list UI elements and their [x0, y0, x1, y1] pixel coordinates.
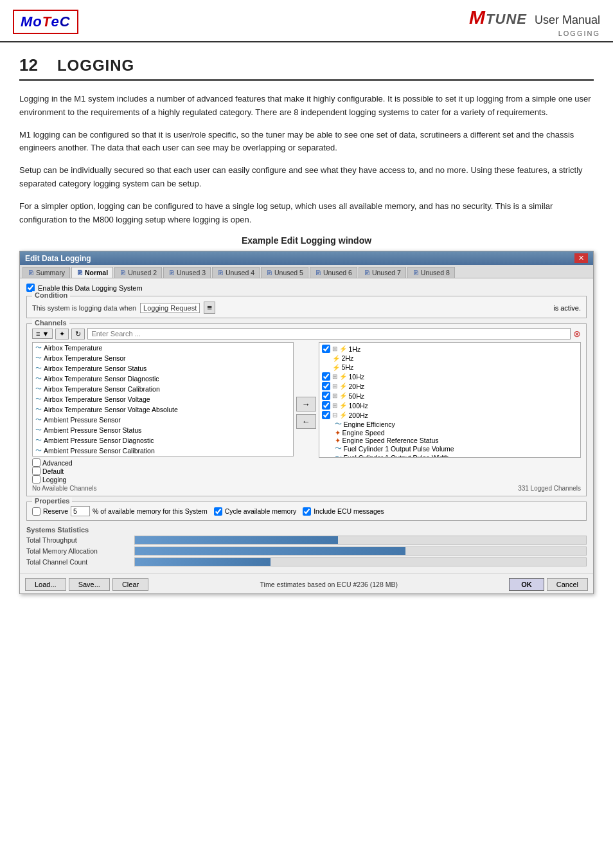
tab-unused5-label: Unused 5 [274, 269, 303, 276]
wave-icon: 〜 [35, 354, 42, 363]
tab-normal[interactable]: 🖹 Normal [71, 267, 113, 278]
spark-icon-1hz: ⚡ [339, 345, 347, 352]
reserve-checkbox[interactable] [32, 507, 40, 516]
list-item[interactable]: 〜 Ambient Pressure Sensor Calibration [33, 446, 293, 456]
filter-logging[interactable]: Logging [32, 475, 294, 484]
wave-icon: 〜 [35, 436, 42, 445]
close-button[interactable]: ✕ [574, 253, 588, 263]
stat-channel-count-row: Total Channel Count [26, 557, 587, 566]
filter-advanced-checkbox[interactable] [32, 458, 40, 467]
tab-unused7-label: Unused 7 [372, 269, 401, 276]
reserve-input[interactable] [71, 506, 90, 516]
properties-group: Properties Reserve % of available memory… [26, 502, 587, 521]
stat-memory-label: Total Memory Allocation [26, 547, 129, 555]
freq-1hz: ⊞ ⚡ 1Hz [322, 344, 578, 354]
user-manual-label: User Manual [535, 14, 600, 27]
tab-unused6[interactable]: 🖹 Unused 6 [310, 267, 357, 278]
tab-unused2[interactable]: 🖹 Unused 2 [114, 267, 162, 278]
freq-1hz-checkbox[interactable] [322, 345, 330, 353]
include-ecu-checkbox[interactable] [303, 507, 311, 516]
tab-unused4[interactable]: 🖹 Unused 4 [212, 267, 260, 278]
list-item[interactable]: 〜 Airbox Temperature Sensor Voltage Abso… [33, 404, 293, 415]
list-item[interactable]: 〜 Airbox Temperature Sensor [33, 353, 293, 363]
search-clear-icon[interactable]: ⊗ [573, 329, 581, 339]
channels-panels: 〜 Airbox Temperature 〜 Airbox Temperatur… [32, 342, 581, 484]
cycle-memory-checkbox[interactable] [214, 507, 222, 516]
freq-2hz: ⚡ 2Hz [322, 354, 578, 363]
stat-channel-count-label: Total Channel Count [26, 558, 129, 566]
freq-100hz-checkbox[interactable] [322, 401, 330, 410]
logged-channels-panel[interactable]: ⊞ ⚡ 1Hz ⚡ 2Hz ⚡ [319, 342, 582, 458]
wave-sub-icon: 〜 [335, 453, 342, 458]
figure-caption: Example Edit Logging window [19, 235, 594, 246]
channel-name: Airbox Temperature Sensor Diagnostic [44, 375, 159, 383]
channel-name: Ambient Pressure Sensor Diagnostic [44, 437, 154, 444]
filter-advanced[interactable]: Advanced [32, 458, 294, 467]
is-active-label: is active. [553, 304, 581, 312]
chapter-title: LOGGING [57, 57, 134, 75]
tab-unused5[interactable]: 🖹 Unused 5 [261, 267, 308, 278]
freq-200hz-checkbox[interactable] [322, 411, 330, 419]
channel-name: Airbox Temperature Sensor Calibration [44, 385, 160, 393]
list-item[interactable]: 〜 Airbox Temperature Sensor Calibration [33, 384, 293, 394]
filter-default-checkbox[interactable] [32, 467, 40, 475]
tab-unused3[interactable]: 🖹 Unused 3 [163, 267, 211, 278]
clear-button[interactable]: Clear [112, 578, 148, 591]
channels-add-btn[interactable]: ✦ [55, 329, 69, 339]
tab-unused7[interactable]: 🖹 Unused 7 [359, 267, 406, 278]
channels-toolbar: ≡ ▼ ✦ ↻ ⊗ [32, 328, 581, 339]
list-item[interactable]: 〜 Ambient Pressure Sensor Diagnostic [33, 435, 293, 446]
list-item[interactable]: 〜 Airbox Temperature Sensor Status [33, 363, 293, 374]
freq-10hz-label: 10Hz [349, 373, 365, 381]
sub-channel-fuel-cyl1-width: 〜 Fuel Cylinder 1 Output Pulse Width [322, 453, 578, 458]
tab-summary-label: Summary [36, 269, 65, 276]
wave-icon: 〜 [35, 415, 42, 424]
transfer-left-btn[interactable]: ← [296, 414, 316, 429]
freq-20hz-checkbox[interactable] [322, 382, 330, 390]
engine-icon: ✦ [335, 437, 341, 444]
available-channels-list[interactable]: 〜 Airbox Temperature 〜 Airbox Temperatur… [32, 342, 294, 457]
spark-icon-20hz: ⚡ [339, 383, 347, 390]
list-item[interactable]: 〜 Ambient Pressure Sensor [33, 415, 293, 425]
load-button[interactable]: Load... [25, 578, 66, 591]
freq-5hz-label: 5Hz [342, 363, 354, 371]
stats-title: Systems Statistics [26, 526, 587, 534]
channels-view-btn[interactable]: ≡ ▼ [32, 329, 53, 339]
edl-body: Enable this Data Logging System Conditio… [20, 278, 593, 574]
chapter-number: 12 [19, 55, 38, 75]
condition-button[interactable]: ≡ [204, 302, 215, 314]
freq-10hz-checkbox[interactable] [322, 372, 330, 381]
tab-unused8[interactable]: 🖹 Unused 8 [407, 267, 455, 278]
condition-group: Condition This system is logging data wh… [26, 296, 587, 318]
sub-channel-name: Engine Speed [342, 429, 385, 437]
freq-20hz-label: 20Hz [349, 383, 365, 390]
tab-unused6-label: Unused 6 [323, 269, 352, 276]
channels-refresh-btn[interactable]: ↻ [71, 329, 85, 339]
reserve-prop: Reserve % of available memory for this S… [32, 506, 208, 516]
list-item[interactable]: 〜 Airbox Temperature [33, 343, 293, 353]
list-item[interactable]: 〜 Airbox Temperature Sensor Diagnostic [33, 374, 293, 384]
freq-100hz-label: 100Hz [349, 402, 368, 410]
transfer-right-btn[interactable]: → [296, 397, 316, 411]
ok-button[interactable]: OK [509, 578, 544, 591]
list-item[interactable]: 〜 Ambient Pressure Sensor Status [33, 425, 293, 435]
channel-name: Airbox Temperature Sensor [44, 354, 126, 362]
cycle-memory-prop: Cycle available memory [214, 507, 296, 516]
sub-channel-name: Engine Efficiency [344, 420, 395, 428]
cancel-button[interactable]: Cancel [547, 578, 588, 591]
tab-unused8-icon: 🖹 [413, 269, 419, 276]
spark-icon-10hz: ⚡ [339, 373, 347, 380]
chapter-heading: 12 LOGGING [19, 55, 594, 81]
tab-summary[interactable]: 🖹 Summary [22, 267, 70, 278]
filter-logging-checkbox[interactable] [32, 475, 40, 484]
channel-name: Airbox Temperature Sensor Voltage [44, 395, 150, 403]
save-button[interactable]: Save... [69, 578, 110, 591]
filter-default[interactable]: Default [32, 467, 294, 475]
sub-channel-name: Fuel Cylinder 1 Output Pulse Width [344, 454, 449, 458]
freq-50hz-checkbox[interactable] [322, 392, 330, 400]
list-item[interactable]: 〜 Airbox Temperature Sensor Voltage [33, 394, 293, 404]
spark-icon-2hz: ⚡ [332, 355, 340, 362]
search-input[interactable] [87, 328, 571, 339]
sub-channel-name: Engine Speed Reference Status [342, 437, 439, 444]
freq-1hz-label: 1Hz [349, 345, 361, 353]
